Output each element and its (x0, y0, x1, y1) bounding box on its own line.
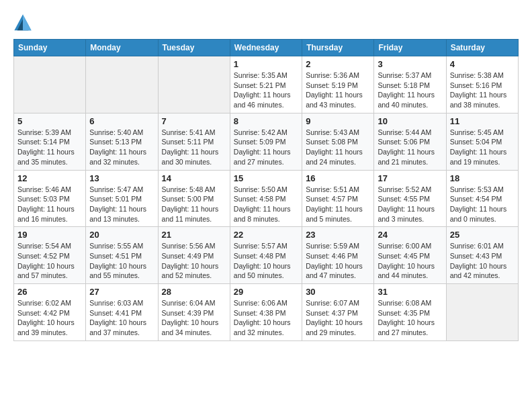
day-number: 16 (306, 173, 370, 183)
day-info: Sunrise: 5:42 AMSunset: 5:09 PMDaylight:… (234, 128, 298, 167)
day-number: 18 (450, 173, 515, 183)
day-info: Sunrise: 5:43 AMSunset: 5:08 PMDaylight:… (306, 128, 370, 167)
day-info: Sunrise: 6:03 AMSunset: 4:41 PMDaylight:… (89, 298, 154, 338)
calendar-cell: 5Sunrise: 5:39 AMSunset: 5:14 PMDaylight… (14, 113, 86, 170)
day-number: 25 (450, 230, 515, 240)
day-header-thursday: Thursday (302, 40, 374, 56)
calendar-cell: 22Sunrise: 5:57 AMSunset: 4:48 PMDayligh… (230, 227, 302, 284)
calendar-cell: 30Sunrise: 6:07 AMSunset: 4:37 PMDayligh… (302, 284, 374, 341)
calendar-cell: 17Sunrise: 5:52 AMSunset: 4:55 PMDayligh… (374, 170, 446, 227)
day-info: Sunrise: 5:38 AMSunset: 5:16 PMDaylight:… (450, 71, 515, 110)
day-info: Sunrise: 5:55 AMSunset: 4:51 PMDaylight:… (89, 241, 154, 281)
day-number: 9 (306, 116, 370, 126)
calendar-cell: 18Sunrise: 5:53 AMSunset: 4:54 PMDayligh… (446, 170, 518, 227)
calendar-cell: 19Sunrise: 5:54 AMSunset: 4:52 PMDayligh… (14, 227, 86, 284)
day-number: 12 (17, 173, 82, 183)
calendar-cell: 25Sunrise: 6:01 AMSunset: 4:43 PMDayligh… (446, 227, 518, 284)
day-number: 4 (450, 59, 515, 69)
day-number: 28 (162, 287, 226, 297)
calendar-cell: 29Sunrise: 6:06 AMSunset: 4:38 PMDayligh… (230, 284, 302, 341)
day-header-friday: Friday (374, 40, 446, 56)
calendar-cell: 8Sunrise: 5:42 AMSunset: 5:09 PMDaylight… (230, 113, 302, 170)
day-number: 23 (306, 230, 370, 240)
day-info: Sunrise: 5:52 AMSunset: 4:55 PMDaylight:… (378, 185, 442, 224)
calendar-cell: 4Sunrise: 5:38 AMSunset: 5:16 PMDaylight… (446, 56, 518, 113)
day-info: Sunrise: 5:35 AMSunset: 5:21 PMDaylight:… (234, 71, 298, 110)
week-row-4: 19Sunrise: 5:54 AMSunset: 4:52 PMDayligh… (14, 227, 519, 284)
day-number: 2 (306, 59, 370, 69)
day-info: Sunrise: 6:07 AMSunset: 4:37 PMDaylight:… (306, 298, 370, 338)
calendar-cell: 3Sunrise: 5:37 AMSunset: 5:18 PMDaylight… (374, 56, 446, 113)
day-info: Sunrise: 6:04 AMSunset: 4:39 PMDaylight:… (162, 298, 226, 338)
calendar-cell (86, 56, 158, 113)
calendar-cell: 28Sunrise: 6:04 AMSunset: 4:39 PMDayligh… (158, 284, 230, 341)
calendar-cell: 20Sunrise: 5:55 AMSunset: 4:51 PMDayligh… (86, 227, 158, 284)
day-info: Sunrise: 5:50 AMSunset: 4:58 PMDaylight:… (234, 185, 298, 224)
day-number: 27 (89, 287, 154, 297)
day-info: Sunrise: 6:06 AMSunset: 4:38 PMDaylight:… (234, 298, 298, 338)
day-header-saturday: Saturday (446, 40, 518, 56)
svg-marker-2 (23, 14, 32, 30)
calendar-cell (14, 56, 86, 113)
day-number: 20 (89, 230, 154, 240)
day-number: 8 (234, 116, 298, 126)
calendar-table: SundayMondayTuesdayWednesdayThursdayFrid… (13, 39, 519, 341)
day-info: Sunrise: 6:01 AMSunset: 4:43 PMDaylight:… (450, 241, 515, 281)
calendar-cell: 31Sunrise: 6:08 AMSunset: 4:35 PMDayligh… (374, 284, 446, 341)
day-info: Sunrise: 6:00 AMSunset: 4:45 PMDaylight:… (378, 241, 442, 281)
day-number: 29 (234, 287, 298, 297)
calendar-cell: 10Sunrise: 5:44 AMSunset: 5:06 PMDayligh… (374, 113, 446, 170)
day-info: Sunrise: 5:39 AMSunset: 5:14 PMDaylight:… (17, 128, 82, 167)
calendar-cell: 6Sunrise: 5:40 AMSunset: 5:13 PMDaylight… (86, 113, 158, 170)
day-number: 5 (17, 116, 82, 126)
page-header (13, 13, 519, 32)
day-info: Sunrise: 5:53 AMSunset: 4:54 PMDaylight:… (450, 185, 515, 224)
week-row-3: 12Sunrise: 5:46 AMSunset: 5:03 PMDayligh… (14, 170, 519, 227)
days-header-row: SundayMondayTuesdayWednesdayThursdayFrid… (14, 40, 519, 56)
calendar-cell: 15Sunrise: 5:50 AMSunset: 4:58 PMDayligh… (230, 170, 302, 227)
day-number: 15 (234, 173, 298, 183)
day-info: Sunrise: 5:51 AMSunset: 4:57 PMDaylight:… (306, 185, 370, 224)
calendar-cell: 16Sunrise: 5:51 AMSunset: 4:57 PMDayligh… (302, 170, 374, 227)
day-info: Sunrise: 5:46 AMSunset: 5:03 PMDaylight:… (17, 185, 82, 224)
day-number: 21 (162, 230, 226, 240)
day-info: Sunrise: 5:36 AMSunset: 5:19 PMDaylight:… (306, 71, 370, 110)
calendar-cell: 13Sunrise: 5:47 AMSunset: 5:01 PMDayligh… (86, 170, 158, 227)
day-info: Sunrise: 5:48 AMSunset: 5:00 PMDaylight:… (162, 185, 226, 224)
day-number: 7 (162, 116, 226, 126)
day-info: Sunrise: 5:57 AMSunset: 4:48 PMDaylight:… (234, 241, 298, 281)
calendar-cell: 26Sunrise: 6:02 AMSunset: 4:42 PMDayligh… (14, 284, 86, 341)
day-info: Sunrise: 5:54 AMSunset: 4:52 PMDaylight:… (17, 241, 82, 281)
day-number: 13 (89, 173, 154, 183)
calendar-cell: 14Sunrise: 5:48 AMSunset: 5:00 PMDayligh… (158, 170, 230, 227)
week-row-2: 5Sunrise: 5:39 AMSunset: 5:14 PMDaylight… (14, 113, 519, 170)
day-number: 14 (162, 173, 226, 183)
calendar-cell: 21Sunrise: 5:56 AMSunset: 4:49 PMDayligh… (158, 227, 230, 284)
day-info: Sunrise: 5:37 AMSunset: 5:18 PMDaylight:… (378, 71, 442, 110)
day-number: 26 (17, 287, 82, 297)
day-header-wednesday: Wednesday (230, 40, 302, 56)
calendar-cell: 24Sunrise: 6:00 AMSunset: 4:45 PMDayligh… (374, 227, 446, 284)
day-info: Sunrise: 5:45 AMSunset: 5:04 PMDaylight:… (450, 128, 515, 167)
calendar-cell (158, 56, 230, 113)
calendar-cell: 9Sunrise: 5:43 AMSunset: 5:08 PMDaylight… (302, 113, 374, 170)
calendar-cell: 11Sunrise: 5:45 AMSunset: 5:04 PMDayligh… (446, 113, 518, 170)
day-info: Sunrise: 5:44 AMSunset: 5:06 PMDaylight:… (378, 128, 442, 167)
calendar-cell: 23Sunrise: 5:59 AMSunset: 4:46 PMDayligh… (302, 227, 374, 284)
day-number: 30 (306, 287, 370, 297)
day-header-sunday: Sunday (14, 40, 86, 56)
day-number: 22 (234, 230, 298, 240)
day-number: 19 (17, 230, 82, 240)
week-row-5: 26Sunrise: 6:02 AMSunset: 4:42 PMDayligh… (14, 284, 519, 341)
week-row-1: 1Sunrise: 5:35 AMSunset: 5:21 PMDaylight… (14, 56, 519, 113)
day-info: Sunrise: 6:02 AMSunset: 4:42 PMDaylight:… (17, 298, 82, 338)
calendar-cell: 12Sunrise: 5:46 AMSunset: 5:03 PMDayligh… (14, 170, 86, 227)
day-number: 31 (378, 287, 442, 297)
logo-icon (13, 13, 32, 32)
calendar-cell: 2Sunrise: 5:36 AMSunset: 5:19 PMDaylight… (302, 56, 374, 113)
day-number: 3 (378, 59, 442, 69)
day-number: 24 (378, 230, 442, 240)
day-number: 10 (378, 116, 442, 126)
calendar-cell: 1Sunrise: 5:35 AMSunset: 5:21 PMDaylight… (230, 56, 302, 113)
day-info: Sunrise: 5:56 AMSunset: 4:49 PMDaylight:… (162, 241, 226, 281)
